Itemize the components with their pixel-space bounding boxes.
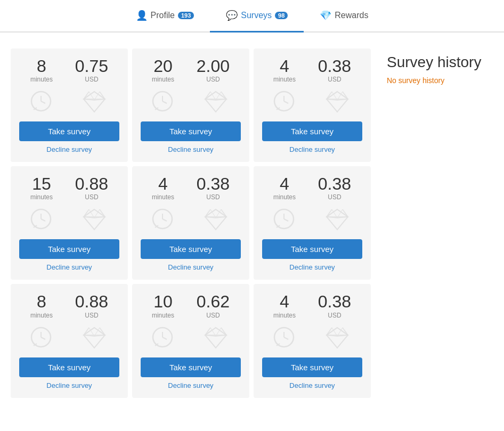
nav-tabs: 👤 Profile 193 💬 Surveys 98 💎 Rewards [0, 0, 504, 32]
usd-value: 0.62 [197, 292, 230, 311]
time-stat: 8 minutes [30, 292, 53, 319]
usd-value: 0.88 [75, 175, 108, 193]
usd-label: USD [328, 76, 341, 83]
tab-surveys[interactable]: 💬 Surveys 98 [210, 0, 304, 32]
survey-card: 10 minutes 0.62 USD [132, 284, 249, 397]
main-content: 8 minutes 0.75 USD [0, 43, 504, 403]
usd-label: USD [328, 193, 341, 201]
svg-line-68 [41, 337, 45, 339]
rewards-icon: 💎 [320, 10, 331, 21]
take-survey-button[interactable]: Take survey [19, 357, 119, 377]
take-survey-button[interactable]: Take survey [141, 357, 241, 377]
decline-survey-link[interactable]: Decline survey [46, 263, 92, 271]
minutes-value: 15 [32, 175, 51, 193]
tab-profile-label: Profile [151, 11, 175, 20]
usd-stat: 0.88 USD [75, 175, 108, 201]
take-survey-button[interactable]: Take survey [19, 239, 119, 259]
time-stat: 10 minutes [152, 292, 174, 319]
svg-line-57 [284, 219, 288, 221]
profile-badge: 193 [178, 12, 194, 19]
time-stat: 4 minutes [273, 175, 296, 201]
minutes-value: 4 [280, 57, 289, 76]
clock-icon [272, 90, 302, 115]
survey-card: 4 minutes 0.38 USD [132, 166, 249, 280]
usd-label: USD [85, 312, 98, 319]
usd-stat: 0.38 USD [318, 292, 351, 319]
survey-grid: 8 minutes 0.75 USD [11, 48, 371, 398]
decline-survey-link[interactable]: Decline survey [168, 263, 213, 271]
survey-card: 15 minutes 0.88 USD [11, 166, 128, 280]
usd-label: USD [206, 312, 220, 319]
clock-icon [272, 207, 302, 233]
usd-label: USD [85, 76, 98, 83]
survey-card: 20 minutes 2.00 USD [132, 48, 249, 162]
minutes-label: minutes [152, 193, 174, 201]
survey-stats: 4 minutes 0.38 USD [262, 57, 362, 83]
tab-rewards[interactable]: 💎 Rewards [304, 0, 384, 32]
time-stat: 4 minutes [273, 57, 296, 83]
survey-icons [19, 207, 119, 233]
survey-stats: 10 minutes 0.62 USD [141, 292, 241, 319]
minutes-value: 4 [158, 175, 168, 193]
diamond-icon [79, 90, 109, 115]
take-survey-button[interactable]: Take survey [141, 239, 241, 259]
usd-value: 0.75 [75, 57, 108, 76]
decline-survey-link[interactable]: Decline survey [168, 381, 213, 389]
minutes-value: 4 [280, 175, 289, 193]
time-stat: 4 minutes [152, 175, 174, 201]
survey-icons [141, 207, 241, 233]
usd-value: 0.38 [318, 175, 351, 193]
minutes-value: 8 [37, 57, 46, 76]
usd-label: USD [206, 76, 220, 83]
svg-line-46 [162, 219, 167, 221]
usd-stat: 0.38 USD [318, 175, 351, 201]
decline-survey-link[interactable]: Decline survey [168, 145, 213, 153]
decline-survey-link[interactable]: Decline survey [289, 263, 335, 271]
decline-survey-link[interactable]: Decline survey [46, 381, 92, 389]
minutes-label: minutes [152, 76, 174, 83]
clock-icon [29, 326, 59, 351]
minutes-label: minutes [30, 312, 53, 319]
surveys-badge: 98 [275, 12, 288, 19]
usd-stat: 0.62 USD [197, 292, 230, 319]
usd-stat: 0.75 USD [75, 57, 108, 83]
take-survey-button[interactable]: Take survey [141, 121, 241, 141]
usd-value: 0.38 [318, 292, 351, 311]
surveys-icon: 💬 [226, 10, 238, 21]
diamond-icon [201, 207, 231, 233]
minutes-value: 4 [280, 292, 289, 311]
usd-value: 2.00 [197, 57, 230, 76]
survey-icons [262, 207, 362, 233]
survey-card: 4 minutes 0.38 USD [254, 48, 371, 162]
clock-icon [272, 326, 302, 351]
take-survey-button[interactable]: Take survey [262, 121, 362, 141]
minutes-value: 20 [153, 57, 173, 76]
time-stat: 20 minutes [152, 57, 174, 83]
survey-card: 4 minutes 0.38 USD [254, 284, 371, 397]
minutes-label: minutes [152, 312, 174, 319]
minutes-value: 10 [153, 292, 173, 311]
clock-icon [151, 90, 181, 115]
diamond-icon [322, 90, 352, 115]
decline-survey-link[interactable]: Decline survey [46, 145, 92, 153]
time-stat: 8 minutes [30, 57, 53, 83]
usd-value: 0.38 [318, 57, 351, 76]
svg-line-24 [284, 101, 288, 103]
usd-value: 0.88 [75, 292, 108, 311]
clock-icon [29, 90, 59, 115]
minutes-label: minutes [273, 312, 296, 319]
tab-profile[interactable]: 👤 Profile 193 [120, 0, 210, 32]
decline-survey-link[interactable]: Decline survey [289, 145, 335, 153]
take-survey-button[interactable]: Take survey [262, 357, 362, 377]
survey-stats: 4 minutes 0.38 USD [262, 175, 362, 201]
survey-icons [19, 90, 119, 115]
time-stat: 15 minutes [30, 175, 53, 201]
survey-stats: 4 minutes 0.38 USD [141, 175, 241, 201]
take-survey-button[interactable]: Take survey [19, 121, 119, 141]
diamond-icon [79, 326, 109, 351]
decline-survey-link[interactable]: Decline survey [289, 381, 335, 389]
survey-stats: 15 minutes 0.88 USD [19, 175, 119, 201]
usd-stat: 0.88 USD [75, 292, 108, 319]
take-survey-button[interactable]: Take survey [262, 239, 362, 259]
profile-icon: 👤 [136, 10, 148, 21]
